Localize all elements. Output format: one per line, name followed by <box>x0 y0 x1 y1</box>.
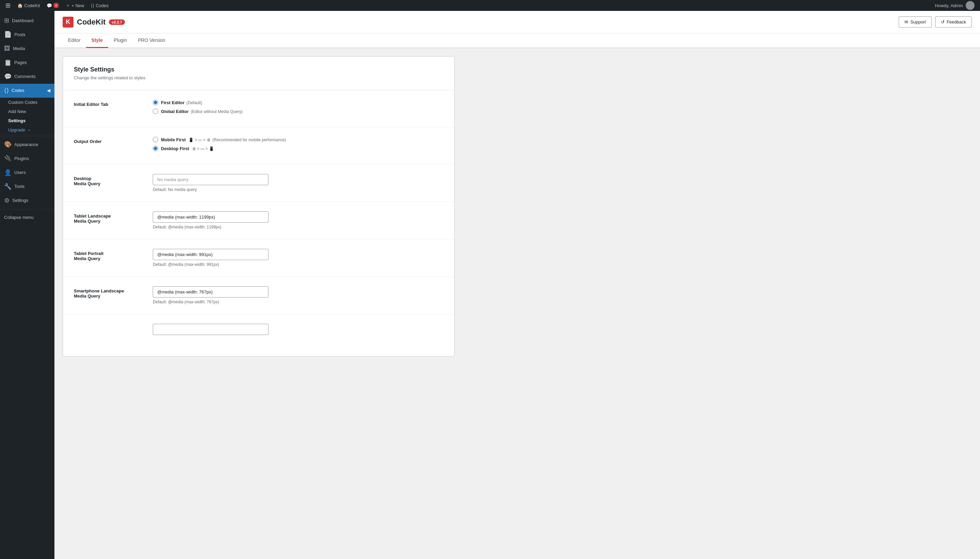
extra-media-query-input[interactable] <box>153 324 269 335</box>
new-item[interactable]: ＋ + New <box>63 0 87 11</box>
radio-desktop-first[interactable]: Desktop First 🖥 > ▭ > 📱 <box>153 146 444 151</box>
content-area: Style Settings Change the settings relat… <box>54 48 463 365</box>
radio-global-editor-label: Global Editor (Editor without Media Quer… <box>161 109 243 114</box>
sidebar-divider <box>0 136 54 136</box>
plus-icon: ＋ <box>66 2 70 8</box>
user-label: Howdy, Admin <box>935 3 963 8</box>
sidebar-collapse-button[interactable]: Collapse menu <box>0 212 54 223</box>
output-order-row: Output Order Mobile First 📱 > ▭ > 🖥 (Rec… <box>74 137 444 155</box>
settings-icon: ⚙ <box>4 197 10 205</box>
radio-desktop-first-input[interactable] <box>153 146 158 151</box>
user-greeting[interactable]: Howdy, Admin <box>932 0 977 11</box>
smartphone-landscape-media-query-label: Smartphone LandscapeMedia Query <box>74 286 142 299</box>
appearance-icon: 🎨 <box>4 140 12 149</box>
sidebar-item-plugins[interactable]: 🔌 Plugins <box>0 152 54 165</box>
extra-media-query-content <box>153 324 444 337</box>
settings-divider <box>63 90 454 90</box>
settings-card: Style Settings Change the settings relat… <box>63 56 455 356</box>
tools-icon: 🔧 <box>4 182 12 191</box>
tab-style-label: Style <box>92 38 103 43</box>
radio-global-editor-input[interactable] <box>153 109 158 114</box>
upgrade-label: Upgrade → <box>8 127 31 132</box>
desktop-media-query-input[interactable] <box>153 174 269 185</box>
site-name-item[interactable]: 🏠 CodeKit <box>15 0 43 11</box>
sidebar-item-comments[interactable]: 💬 Comments <box>0 70 54 84</box>
sidebar-item-appearance[interactable]: 🎨 Appearance <box>0 137 54 152</box>
wp-logo-item[interactable]: ⊞ <box>3 0 13 11</box>
sidebar-item-settings-label: Settings <box>12 197 28 203</box>
radio-desktop-first-label: Desktop First 🖥 > ▭ > 📱 <box>161 146 214 151</box>
sidebar-item-codes-label: Codes <box>12 88 25 94</box>
wp-logo-icon: ⊞ <box>5 2 10 9</box>
sidebar-item-tools-label: Tools <box>14 184 25 190</box>
codes-item[interactable]: ⟨⟩ Codes <box>88 0 111 11</box>
sidebar-item-codes[interactable]: ⟨⟩ Codes ◀ <box>0 84 54 98</box>
desktop-media-query-label: DesktopMedia Query <box>74 174 142 186</box>
tab-style[interactable]: Style <box>86 33 108 48</box>
radio-mobile-first[interactable]: Mobile First 📱 > ▭ > 🖥 (Recommended for … <box>153 137 444 142</box>
plugin-header: K CodeKit v2.2.7 ✉ Support ↺ Feedback <box>54 11 980 33</box>
tab-plugin[interactable]: Plugin <box>108 33 132 48</box>
sidebar-item-media[interactable]: 🖼 Media <box>0 41 54 56</box>
tab-pro-version[interactable]: PRO Version <box>132 33 171 48</box>
sidebar-subitem-add-new[interactable]: Add New <box>0 107 54 116</box>
radio-mobile-first-label: Mobile First 📱 > ▭ > 🖥 (Recommended for … <box>161 137 286 142</box>
comment-icon: 💬 <box>46 3 52 8</box>
feedback-label: Feedback <box>947 20 966 25</box>
sidebar-upgrade[interactable]: Upgrade → <box>0 125 54 134</box>
radio-mobile-first-input[interactable] <box>153 137 158 142</box>
sidebar-item-tools[interactable]: 🔧 Tools <box>0 180 54 194</box>
output-order-content: Mobile First 📱 > ▭ > 🖥 (Recommended for … <box>153 137 444 155</box>
sidebar-item-settings[interactable]: ⚙ Settings <box>0 194 54 208</box>
comments-item[interactable]: 💬 0 <box>44 0 62 11</box>
envelope-icon: ✉ <box>904 20 908 25</box>
smartphone-landscape-media-query-input[interactable] <box>153 286 269 298</box>
pages-icon: 📋 <box>4 59 12 67</box>
codes-icon: ⟨⟩ <box>91 3 94 8</box>
radio-first-editor-input[interactable] <box>153 100 158 105</box>
row-separator-4 <box>63 239 454 239</box>
settings-sub-label: Settings <box>8 118 26 123</box>
sidebar-item-users[interactable]: 👤 Users <box>0 166 54 180</box>
radio-first-editor[interactable]: First Editor (Default) <box>153 100 444 105</box>
initial-editor-tab-label: Initial Editor Tab <box>74 100 142 107</box>
support-button[interactable]: ✉ Support <box>899 17 932 28</box>
sidebar: ⊞ Dashboard 📄 Posts 🖼 Media 📋 Pages 💬 Co… <box>0 11 54 559</box>
tablet-landscape-media-query-hint: Default: @media (max-width: 1199px) <box>153 225 444 230</box>
settings-subtitle: Change the settings related to styles <box>74 75 444 80</box>
tablet-portrait-media-query-input[interactable] <box>153 249 269 260</box>
sidebar-item-dashboard-label: Dashboard <box>12 18 34 24</box>
sidebar-subitem-settings[interactable]: Settings <box>0 116 54 125</box>
codes-arrow-icon: ◀ <box>47 88 50 94</box>
user-avatar <box>966 1 975 10</box>
comment-count-badge: 0 <box>53 3 59 8</box>
initial-editor-tab-row: Initial Editor Tab First Editor (Default… <box>74 100 444 117</box>
sidebar-item-pages[interactable]: 📋 Pages <box>0 56 54 70</box>
tablet-landscape-media-query-content: Default: @media (max-width: 1199px) <box>153 212 444 230</box>
plugin-logo: K CodeKit v2.2.7 <box>63 17 125 28</box>
smartphone-landscape-media-query-hint: Default: @media (max-width: 767px) <box>153 299 444 304</box>
sidebar-item-dashboard[interactable]: ⊞ Dashboard <box>0 13 54 28</box>
sidebar-item-appearance-label: Appearance <box>14 142 38 148</box>
feedback-button[interactable]: ↺ Feedback <box>935 17 972 28</box>
users-icon: 👤 <box>4 169 12 177</box>
version-badge: v2.2.7 <box>109 20 125 25</box>
tablet-landscape-media-query-row: Tablet LandscapeMedia Query Default: @me… <box>74 212 444 230</box>
sidebar-subitem-custom-codes[interactable]: Custom Codes <box>0 98 54 107</box>
add-new-label: Add New <box>8 109 26 114</box>
sidebar-item-users-label: Users <box>14 170 26 176</box>
sidebar-item-plugins-label: Plugins <box>14 155 29 162</box>
main-content: K CodeKit v2.2.7 ✉ Support ↺ Feedback Ed… <box>54 11 980 559</box>
sidebar-item-posts[interactable]: 📄 Posts <box>0 28 54 41</box>
posts-icon: 📄 <box>4 30 12 39</box>
sidebar-item-posts-label: Posts <box>14 31 26 38</box>
home-icon: 🏠 <box>17 3 23 8</box>
feedback-icon: ↺ <box>941 20 945 25</box>
tablet-landscape-media-query-input[interactable] <box>153 212 269 223</box>
extra-media-query-label <box>74 324 142 326</box>
radio-global-editor[interactable]: Global Editor (Editor without Media Quer… <box>153 109 444 114</box>
tab-editor[interactable]: Editor <box>63 33 86 48</box>
smartphone-landscape-media-query-content: Default: @media (max-width: 767px) <box>153 286 444 304</box>
tablet-landscape-media-query-label: Tablet LandscapeMedia Query <box>74 212 142 224</box>
desktop-media-query-row: DesktopMedia Query Default: No media que… <box>74 174 444 192</box>
